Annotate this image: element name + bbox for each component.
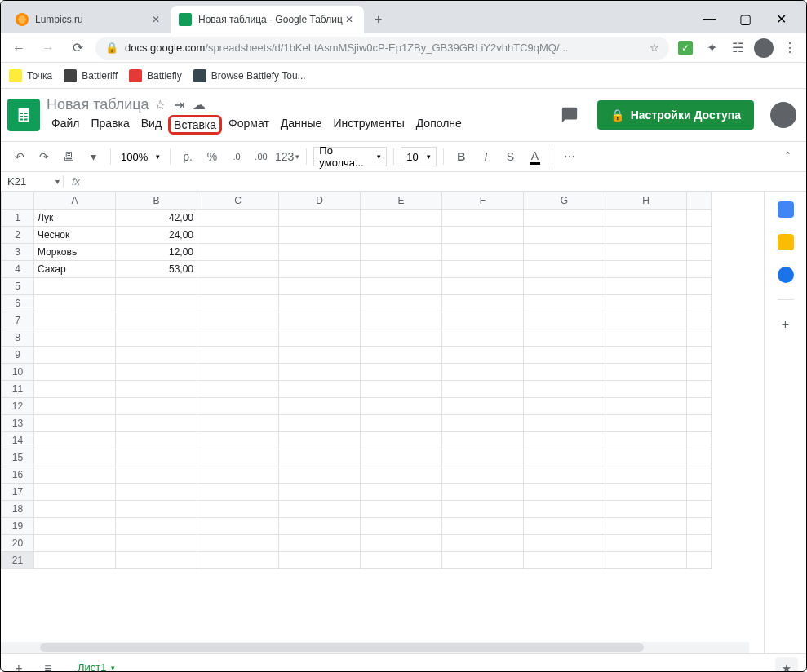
cell[interactable] — [279, 261, 361, 278]
font-size-select[interactable]: 10▾ — [401, 147, 437, 166]
name-box[interactable]: K21▾ — [1, 175, 63, 188]
cell[interactable] — [361, 518, 442, 535]
cell[interactable]: Лук — [34, 210, 116, 227]
cell[interactable]: 53,00 — [116, 261, 197, 278]
cell[interactable] — [524, 415, 605, 432]
add-sheet-button[interactable]: + — [9, 659, 29, 673]
cell[interactable] — [524, 449, 605, 466]
cell[interactable] — [442, 329, 524, 347]
cell[interactable] — [524, 364, 605, 381]
currency-button[interactable]: р. — [177, 146, 198, 167]
cell[interactable] — [116, 329, 197, 347]
cell[interactable] — [279, 466, 361, 484]
cell[interactable] — [605, 518, 687, 535]
cell[interactable] — [279, 278, 361, 295]
cell[interactable] — [442, 415, 524, 432]
cell[interactable] — [197, 312, 279, 329]
cell[interactable] — [279, 501, 361, 518]
cell[interactable] — [197, 501, 279, 518]
new-tab-button[interactable]: + — [367, 8, 390, 31]
cell[interactable] — [442, 449, 524, 466]
cell[interactable] — [197, 329, 279, 347]
cell[interactable] — [116, 295, 197, 312]
cell[interactable] — [442, 381, 524, 398]
strike-button[interactable]: S — [499, 146, 521, 167]
cell[interactable] — [116, 466, 197, 484]
cell[interactable] — [524, 552, 605, 569]
col-header[interactable]: D — [279, 192, 361, 210]
cell[interactable] — [605, 484, 687, 501]
cell[interactable] — [524, 261, 605, 278]
account-avatar[interactable] — [770, 102, 796, 128]
cell[interactable] — [442, 364, 524, 381]
cell[interactable] — [442, 466, 524, 484]
sheets-logo-icon[interactable] — [7, 99, 40, 131]
cell[interactable] — [197, 364, 279, 381]
text-color-button[interactable]: A — [524, 146, 545, 167]
cell[interactable] — [605, 415, 687, 432]
cell[interactable] — [442, 210, 524, 227]
cell[interactable] — [34, 449, 116, 466]
cell[interactable] — [361, 312, 442, 329]
cell[interactable] — [361, 484, 442, 501]
cell[interactable] — [34, 295, 116, 312]
reload-button[interactable]: ⟳ — [66, 37, 89, 60]
cell[interactable] — [34, 552, 116, 569]
cell[interactable] — [361, 501, 442, 518]
undo-button[interactable]: ↶ — [9, 146, 30, 167]
cell[interactable] — [524, 244, 605, 261]
cell[interactable] — [524, 432, 605, 449]
cell[interactable] — [524, 227, 605, 244]
row-header[interactable]: 4 — [2, 261, 34, 278]
row-header[interactable]: 20 — [2, 535, 34, 552]
cell[interactable] — [442, 501, 524, 518]
cell[interactable] — [605, 278, 687, 295]
close-window-icon[interactable]: ✕ — [770, 11, 791, 27]
cell[interactable] — [442, 261, 524, 278]
cell[interactable] — [197, 227, 279, 244]
zoom-select[interactable]: 100%▾ — [118, 151, 163, 163]
menu-вставка[interactable]: Вставка — [168, 115, 222, 135]
cell[interactable] — [279, 295, 361, 312]
cell[interactable] — [361, 295, 442, 312]
row-header[interactable]: 16 — [2, 466, 34, 484]
cell[interactable] — [361, 244, 442, 261]
row-header[interactable]: 13 — [2, 415, 34, 432]
cell[interactable] — [197, 415, 279, 432]
row-header[interactable]: 6 — [2, 295, 34, 312]
cell[interactable] — [524, 484, 605, 501]
row-header[interactable]: 5 — [2, 278, 34, 295]
cell[interactable] — [361, 398, 442, 415]
cell[interactable] — [524, 210, 605, 227]
bookmark-item[interactable]: Точка — [9, 69, 52, 82]
cell[interactable] — [279, 381, 361, 398]
doc-title[interactable]: Новая таблица — [47, 96, 149, 113]
cell[interactable] — [34, 501, 116, 518]
menu-формат[interactable]: Формат — [224, 115, 274, 135]
extensions-icon[interactable]: ✦ — [702, 38, 721, 58]
cell[interactable] — [442, 535, 524, 552]
add-panel-icon[interactable]: + — [778, 316, 794, 333]
cell[interactable] — [442, 347, 524, 364]
minimize-icon[interactable]: — — [698, 11, 720, 27]
cell[interactable] — [279, 432, 361, 449]
cell[interactable] — [197, 398, 279, 415]
spreadsheet-grid[interactable]: ABCDEFGH1Лук42,002Чеснок24,003Морковь12,… — [1, 192, 764, 653]
percent-button[interactable]: % — [202, 146, 223, 167]
print-button[interactable]: 🖶 — [58, 146, 79, 167]
cell[interactable] — [197, 278, 279, 295]
row-header[interactable]: 21 — [2, 552, 34, 569]
profile-avatar[interactable] — [754, 38, 774, 58]
cell[interactable] — [361, 261, 442, 278]
row-header[interactable]: 15 — [2, 449, 34, 466]
cell[interactable] — [279, 329, 361, 347]
cell[interactable] — [279, 518, 361, 535]
cell[interactable] — [197, 518, 279, 535]
close-icon[interactable]: ✕ — [343, 13, 356, 26]
cloud-status-icon[interactable]: ☁ — [193, 97, 206, 113]
menu-дополне[interactable]: Дополне — [411, 115, 467, 135]
back-button[interactable]: ← — [7, 37, 30, 60]
cell[interactable]: Чеснок — [34, 227, 116, 244]
col-header[interactable]: H — [605, 192, 687, 210]
cell[interactable] — [524, 518, 605, 535]
